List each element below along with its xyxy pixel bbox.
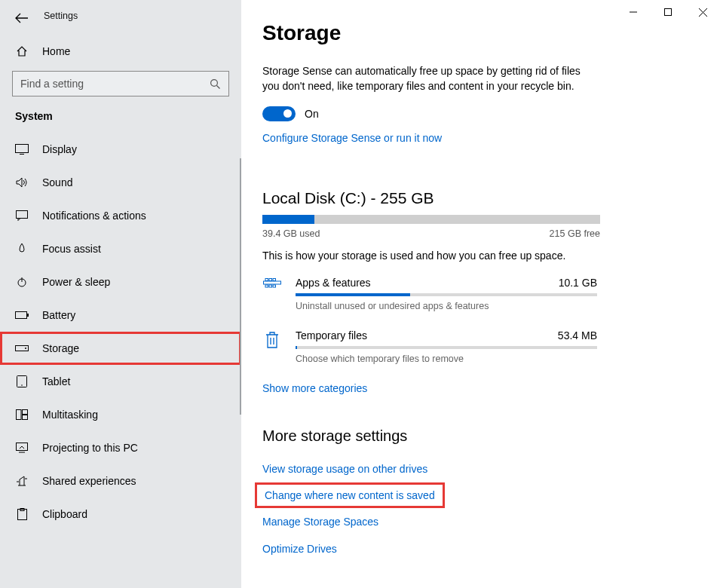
link-view-storage-other-drives[interactable]: View storage usage on other drives [262,455,694,482]
disk-free-label: 215 GB free [550,228,600,239]
nav-label: Battery [42,309,75,321]
sidebar-item-battery[interactable]: Battery [0,299,241,332]
sidebar-nav: Display Sound Notifications & actions Fo… [0,133,241,531]
shared-experiences-icon [15,476,29,486]
sidebar-section-system: System [0,110,241,133]
storage-sense-toggle[interactable] [262,106,296,121]
battery-icon [15,311,29,319]
svg-point-14 [25,348,26,349]
sidebar-item-tablet[interactable]: Tablet [0,365,241,398]
page-title: Storage [262,21,694,45]
sidebar: Settings Home Find a setting System Disp… [0,0,241,588]
category-subtitle: Uninstall unused or undesired apps & fea… [296,301,597,311]
configure-storage-sense-link[interactable]: Configure Storage Sense or run it now [262,132,442,144]
sidebar-item-display[interactable]: Display [0,133,241,166]
storage-sense-toggle-row: On [262,106,694,121]
category-apps-features[interactable]: Apps & features 10.1 GB Uninstall unused… [262,277,694,311]
display-icon [15,144,29,155]
trash-icon [262,329,282,349]
nav-label: Storage [42,342,79,354]
svg-rect-19 [23,415,28,420]
more-settings-heading: More storage settings [262,427,694,445]
svg-point-4 [211,79,218,86]
svg-line-5 [217,85,220,88]
search-input[interactable]: Find a setting [12,71,229,96]
sidebar-item-multitasking[interactable]: Multitasking [0,398,241,431]
disk-heading: Local Disk (C:) - 255 GB [262,189,694,207]
svg-rect-17 [17,410,22,420]
nav-label: Multitasking [42,409,98,421]
category-size: 53.4 MB [558,329,597,341]
nav-label: Power & sleep [42,276,110,288]
category-name: Apps & features [296,277,371,289]
category-subtitle: Choose which temporary files to remove [296,354,597,364]
sidebar-item-sound[interactable]: Sound [0,166,241,199]
maximize-button[interactable] [651,0,685,24]
nav-label: Focus assist [42,243,101,255]
more-settings-links: View storage usage on other drives Chang… [262,455,694,562]
search-placeholder: Find a setting [20,78,210,90]
app-title: Settings [44,11,78,21]
disk-usage-meta: 39.4 GB used 215 GB free [262,228,600,239]
sidebar-item-shared-experiences[interactable]: Shared experiences [0,464,241,498]
link-change-where-content-saved[interactable]: Change where new content is saved [255,482,445,508]
svg-rect-12 [27,314,29,317]
svg-rect-30 [273,285,276,287]
multitasking-icon [15,409,29,420]
minimize-button[interactable] [616,0,651,24]
nav-label: Display [42,143,77,155]
link-manage-storage-spaces[interactable]: Manage Storage Spaces [262,508,694,535]
nav-label: Tablet [42,375,70,387]
back-button[interactable] [15,11,30,26]
home-label: Home [42,45,70,57]
svg-rect-28 [265,285,268,287]
sidebar-item-projecting[interactable]: Projecting to this PC [0,431,241,464]
nav-label: Sound [42,176,72,188]
tablet-icon [15,375,29,387]
projecting-icon [15,443,29,453]
sidebar-item-focus-assist[interactable]: Focus assist [0,232,241,265]
window-controls [616,0,720,24]
disk-usage-bar [262,215,600,224]
sidebar-item-notifications[interactable]: Notifications & actions [0,199,241,232]
show-more-categories-link[interactable]: Show more categories [262,382,367,394]
disk-description: This is how your storage is used and how… [262,250,694,262]
svg-rect-1 [665,9,672,16]
nav-label: Projecting to this PC [42,442,138,454]
nav-label: Shared experiences [42,475,136,487]
home-icon [15,45,29,57]
focus-assist-icon [15,243,29,255]
disk-used-label: 39.4 GB used [262,228,320,239]
svg-rect-25 [265,278,268,280]
search-icon [210,78,221,90]
apps-icon [262,277,282,293]
close-button[interactable] [685,0,720,24]
link-optimize-drives[interactable]: Optimize Drives [262,535,694,562]
svg-rect-6 [16,145,29,153]
sound-icon [15,177,29,188]
svg-point-16 [21,384,23,386]
main-content: Storage Storage Sense can automatically … [241,0,720,588]
sidebar-item-storage[interactable]: Storage [0,332,241,365]
storage-sense-description: Storage Sense can automatically free up … [262,63,587,94]
svg-rect-26 [269,278,272,280]
svg-rect-18 [23,410,28,415]
sidebar-item-clipboard[interactable]: Clipboard [0,498,241,531]
nav-label: Clipboard [42,508,87,520]
notifications-icon [15,210,29,221]
power-icon [15,277,29,287]
storage-icon [15,345,29,351]
svg-rect-27 [273,278,276,280]
svg-rect-8 [17,211,28,219]
category-temporary-files[interactable]: Temporary files 53.4 MB Choose which tem… [262,329,694,364]
svg-rect-11 [16,312,27,319]
toggle-state-label: On [305,108,319,120]
sidebar-item-power-sleep[interactable]: Power & sleep [0,265,241,299]
category-name: Temporary files [296,329,367,341]
category-size: 10.1 GB [559,277,597,289]
nav-label: Notifications & actions [42,210,146,222]
clipboard-icon [15,508,29,520]
sidebar-item-home[interactable]: Home [0,30,241,66]
svg-rect-24 [264,281,281,284]
svg-rect-29 [269,285,272,287]
